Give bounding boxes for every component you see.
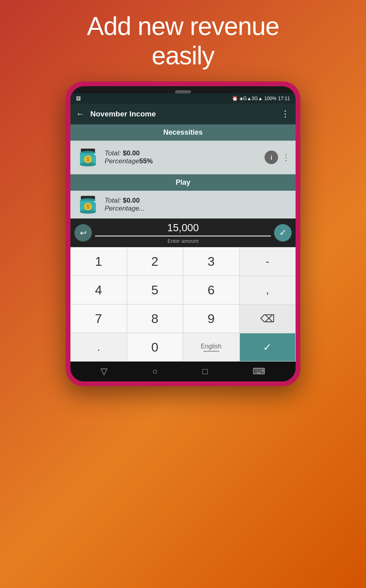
necessities-percentage: Percentage55%	[105, 157, 260, 165]
status-bar: 🖼 ⏰ ◈G▲3G▲ 100% 17:11	[70, 93, 296, 104]
total-value: $0.00	[123, 149, 140, 157]
time-display: 17:11	[278, 96, 290, 101]
app-bar: ← November Income ⋮	[70, 104, 296, 124]
info-button[interactable]: i	[265, 151, 278, 164]
svg-text:✦: ✦	[93, 199, 97, 204]
svg-text:$: $	[86, 156, 90, 162]
jar-icon-play: $ ✦	[76, 193, 100, 217]
key-3[interactable]: 3	[183, 247, 239, 276]
svg-text:✦: ✦	[93, 152, 97, 157]
key-minus[interactable]: -	[239, 247, 296, 276]
nav-home-button[interactable]: ○	[152, 366, 158, 377]
key-comma[interactable]: ,	[239, 276, 296, 304]
headline-line2: easily	[152, 41, 214, 70]
confirm-icon: ✓	[279, 228, 286, 238]
phone-shell: 🖼 ⏰ ◈G▲3G▲ 100% 17:11 ← November Income …	[66, 81, 300, 386]
language-underline	[203, 351, 219, 352]
key-9[interactable]: 9	[183, 304, 239, 333]
necessities-header: Necessities	[70, 124, 296, 141]
total-label: Total:	[105, 149, 121, 157]
more-options-button[interactable]: ⋮	[281, 109, 290, 119]
key-7[interactable]: 7	[70, 304, 127, 333]
key-5[interactable]: 5	[127, 276, 183, 304]
key-1[interactable]: 1	[70, 247, 127, 276]
headline-line1: Add new revenue	[87, 12, 279, 41]
key-language[interactable]: English	[183, 333, 239, 362]
necessities-total: Total: $0.00	[105, 149, 260, 157]
alarm-icon: ⏰	[232, 96, 238, 101]
svg-text:$: $	[86, 203, 90, 210]
nav-keyboard-button[interactable]: ⌨	[253, 366, 265, 377]
nav-bar: ▽ ○ □ ⌨	[70, 362, 296, 381]
amount-input-bar: ↩ 15,000 Enter amount ✓	[70, 219, 296, 247]
play-total-label: Total:	[105, 197, 121, 204]
undo-button[interactable]: ↩	[74, 224, 92, 242]
jar-icon-necessities: $ ✦	[76, 145, 100, 169]
amount-label: Enter amount	[167, 238, 199, 244]
play-info: Total: $0.00 Percentage...	[105, 197, 290, 213]
key-delete[interactable]: ⌫	[239, 304, 296, 333]
necessities-actions: i ⋮	[265, 151, 290, 164]
numpad: 1 2 3 - 4 5 6 , 7 8 9 ⌫ . 0 English ✓	[70, 247, 296, 362]
back-button[interactable]: ←	[76, 109, 85, 119]
necessities-more-button[interactable]: ⋮	[282, 153, 290, 162]
phone-screen: 🖼 ⏰ ◈G▲3G▲ 100% 17:11 ← November Income …	[70, 86, 296, 381]
app-title: November Income	[90, 110, 275, 118]
necessities-card: $ ✦ Total: $0.00 Percentage55% i ⋮	[70, 141, 296, 174]
status-icons: ⏰ ◈G▲3G▲ 100% 17:11	[232, 96, 290, 101]
phone-speaker	[175, 90, 191, 93]
key-8[interactable]: 8	[127, 304, 183, 333]
percentage-label: Percentage	[105, 157, 139, 165]
nav-back-button[interactable]: ▽	[101, 366, 107, 377]
necessities-label: Necessities	[163, 128, 202, 136]
play-total-value: $0.00	[123, 197, 140, 204]
signal-icon: ◈G▲3G▲	[239, 96, 263, 101]
play-total: Total: $0.00	[105, 197, 290, 205]
key-6[interactable]: 6	[183, 276, 239, 304]
play-percentage: Percentage...	[105, 205, 290, 213]
undo-icon: ↩	[80, 228, 87, 238]
key-dot[interactable]: .	[70, 333, 127, 362]
page-headline: Add new revenue easily	[87, 12, 279, 70]
play-card: $ ✦ Total: $0.00 Percentage...	[70, 191, 296, 219]
play-label: Play	[175, 178, 190, 186]
nav-recents-button[interactable]: □	[202, 366, 208, 377]
key-4[interactable]: 4	[70, 276, 127, 304]
key-0[interactable]: 0	[127, 333, 183, 362]
key-confirm[interactable]: ✓	[239, 333, 296, 362]
play-header: Play	[70, 174, 296, 191]
necessities-info: Total: $0.00 Percentage55%	[105, 149, 260, 165]
play-pct-partial: Percentage...	[105, 205, 145, 212]
confirm-amount-button[interactable]: ✓	[274, 224, 292, 242]
status-left-icon: 🖼	[76, 96, 81, 101]
language-label: English	[201, 343, 222, 350]
battery-icon: 100%	[264, 96, 276, 101]
amount-value: 15,000	[95, 222, 271, 236]
key-2[interactable]: 2	[127, 247, 183, 276]
amount-field[interactable]: 15,000 Enter amount	[95, 222, 271, 244]
percentage-value: 55%	[139, 157, 153, 165]
